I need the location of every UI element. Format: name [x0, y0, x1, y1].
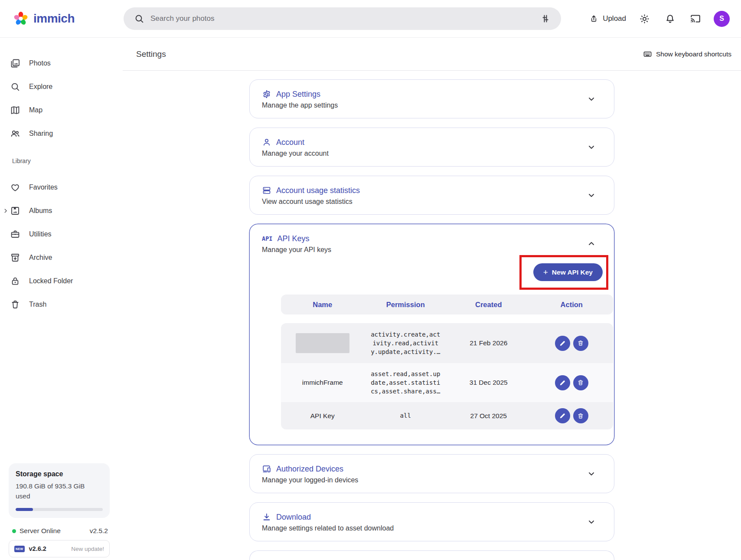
photos-icon: [10, 58, 20, 69]
section-account[interactable]: Account Manage your account: [249, 128, 614, 167]
edit-key-button[interactable]: [555, 375, 570, 390]
section-title: API Keys: [277, 234, 309, 243]
sidebar-item-favorites[interactable]: Favorites: [0, 176, 123, 199]
search-bar[interactable]: [124, 7, 561, 30]
delete-key-button[interactable]: [573, 336, 588, 351]
upload-label: Upload: [603, 14, 626, 23]
storage-progress-bar: [16, 508, 103, 511]
new-release-badge-icon: NEW: [14, 546, 25, 552]
new-api-key-button[interactable]: + New API Key: [533, 263, 603, 281]
devices-icon: [262, 464, 271, 474]
sidebar-item-sharing[interactable]: Sharing: [0, 122, 123, 145]
storage-title: Storage space: [16, 470, 103, 478]
delete-key-button[interactable]: [573, 408, 588, 423]
section-app-settings[interactable]: App Settings Manage the app settings: [249, 79, 614, 118]
sidebar-bottom: Storage space 190.8 GiB of 935.3 GiB use…: [9, 463, 110, 558]
chevron-down-icon[interactable]: [586, 190, 597, 200]
cast-icon[interactable]: [688, 11, 703, 26]
theme-toggle-button[interactable]: [637, 11, 652, 26]
topbar: immich Upload: [0, 0, 741, 38]
sidebar-item-map[interactable]: Map: [0, 98, 123, 122]
sidebar-item-label: Albums: [29, 207, 52, 215]
search-input[interactable]: [150, 14, 540, 23]
edit-key-button[interactable]: [555, 336, 570, 351]
edit-key-button[interactable]: [555, 408, 570, 423]
table-body: activity.create,activity.read,activity.u…: [281, 323, 613, 429]
column-header-name: Name: [281, 301, 364, 309]
section-title: Authorized Devices: [276, 465, 343, 474]
user-avatar[interactable]: S: [714, 11, 730, 27]
upload-button[interactable]: Upload: [589, 14, 626, 24]
immich-logo-icon: [13, 11, 29, 26]
section-usage-statistics[interactable]: Account usage statistics View account us…: [249, 176, 614, 215]
chevron-right-icon[interactable]: [3, 208, 9, 214]
topbar-actions: Upload S: [589, 11, 730, 27]
key-name-cell: immichFrame: [281, 379, 364, 386]
created-cell: 31 Dec 2025: [447, 379, 530, 386]
permission-cell: all: [371, 411, 440, 420]
section-title: Download: [276, 513, 311, 522]
next-section-partial-card[interactable]: [249, 550, 614, 560]
section-subtitle: Manage your API keys: [262, 246, 602, 254]
section-title: Account: [276, 138, 304, 147]
sidebar-item-explore[interactable]: Explore: [0, 75, 123, 98]
update-version: v2.6.2: [29, 545, 46, 552]
keyboard-icon: [643, 49, 652, 59]
storage-usage: 190.8 GiB of 935.3 GiB used: [16, 481, 94, 501]
new-api-key-label: New API Key: [552, 269, 593, 276]
notifications-bell-icon[interactable]: [663, 11, 677, 26]
sidebar-item-locked-folder[interactable]: Locked Folder: [0, 269, 123, 293]
show-keyboard-shortcuts-button[interactable]: Show keyboard shortcuts: [643, 49, 731, 59]
sidebar-item-utilities[interactable]: Utilities: [0, 223, 123, 246]
chevron-down-icon[interactable]: [586, 517, 597, 527]
section-subtitle: Manage your logged-in devices: [262, 476, 602, 484]
section-api-keys: API API Keys Manage your API keys + New …: [249, 224, 614, 445]
server-version: v2.5.2: [90, 527, 108, 535]
sidebar-item-albums[interactable]: Albums: [0, 199, 123, 223]
column-header-action: Action: [530, 301, 614, 309]
page-title: Settings: [136, 49, 166, 59]
map-icon: [10, 105, 20, 115]
settings-header: Settings Show keyboard shortcuts: [123, 38, 741, 71]
immich-app: immich Upload: [0, 0, 741, 560]
chevron-down-icon[interactable]: [586, 468, 597, 479]
sidebar-item-label: Locked Folder: [29, 277, 73, 285]
api-icon: API: [262, 235, 272, 242]
main-area: Settings Show keyboard shortcuts: [123, 38, 741, 560]
brand-name: immich: [33, 12, 75, 26]
server-status-row: Server Online v2.5.2: [9, 527, 110, 535]
sidebar-item-label: Map: [29, 106, 42, 114]
library-section-label: Library: [12, 157, 123, 164]
table-row: API Key all 27 Oct 2025: [281, 402, 613, 429]
brand[interactable]: immich: [13, 11, 124, 26]
table-row: immichFrame asset.read,asset.update,asse…: [281, 363, 613, 402]
chevron-down-icon[interactable]: [586, 94, 597, 104]
table-row: activity.create,activity.read,activity.u…: [281, 323, 613, 363]
section-download[interactable]: Download Manage settings related to asse…: [249, 502, 614, 541]
sidebar-item-photos[interactable]: Photos: [0, 52, 123, 75]
created-cell: 21 Feb 2026: [447, 339, 530, 347]
storage-progress-fill: [16, 508, 33, 511]
sidebar-item-label: Trash: [29, 301, 46, 308]
update-available-card[interactable]: NEW v2.6.2 New update!: [9, 540, 110, 557]
sidebar-item-label: Photos: [29, 59, 51, 67]
sidebar-item-label: Sharing: [29, 130, 53, 138]
sidebar-item-label: Archive: [29, 254, 52, 262]
delete-key-button[interactable]: [573, 375, 588, 390]
sidebar-item-trash[interactable]: Trash: [0, 293, 123, 316]
section-subtitle: Manage your account: [262, 150, 602, 157]
chevron-up-icon[interactable]: [586, 238, 597, 249]
sidebar-item-archive[interactable]: Archive: [0, 246, 123, 269]
section-subtitle: Manage the app settings: [262, 102, 602, 109]
gear-icon: [262, 89, 271, 99]
key-name-cell: API Key: [281, 412, 364, 420]
section-authorized-devices[interactable]: Authorized Devices Manage your logged-in…: [249, 454, 614, 493]
section-title: Account usage statistics: [276, 186, 360, 195]
server-status-label: Server Online: [20, 527, 61, 535]
plus-icon: +: [543, 268, 548, 276]
archive-icon: [10, 252, 20, 263]
search-filter-icon[interactable]: [540, 13, 551, 24]
person-icon: [262, 138, 271, 147]
sharing-people-icon: [10, 128, 20, 139]
chevron-down-icon[interactable]: [586, 142, 597, 152]
